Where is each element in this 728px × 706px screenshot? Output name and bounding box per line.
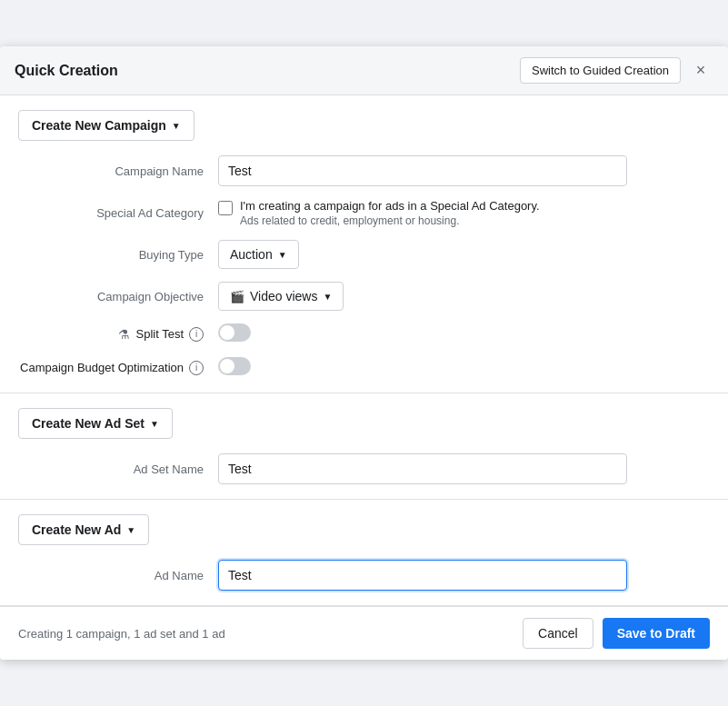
footer-actions: Cancel Save to Draft — [523, 618, 710, 649]
buying-type-caret: ▼ — [278, 250, 287, 260]
campaign-budget-label: Campaign Budget Optimization — [20, 361, 184, 374]
ad-set-section: Create New Ad Set ▼ Ad Set Name — [0, 393, 728, 500]
ad-btn-label: Create New Ad — [32, 522, 121, 537]
campaign-objective-value: Video views — [250, 289, 317, 303]
modal-header: Quick Creation Switch to Guided Creation… — [0, 46, 728, 95]
split-test-label-group: ⚗ Split Test i — [18, 327, 218, 342]
campaign-section: Create New Campaign ▼ Campaign Name Spec… — [0, 95, 728, 393]
special-ad-category-checkbox[interactable] — [218, 201, 233, 215]
video-views-icon: 🎬 — [230, 290, 244, 303]
campaign-budget-toggle[interactable] — [218, 357, 251, 375]
campaign-budget-info-icon[interactable]: i — [189, 361, 204, 375]
special-ad-category-control: I'm creating a campaign for ads in a Spe… — [218, 199, 627, 227]
ad-set-btn-label: Create New Ad Set — [32, 416, 145, 431]
campaign-budget-label-group: Campaign Budget Optimization i — [18, 361, 218, 375]
campaign-btn-label: Create New Campaign — [32, 118, 166, 133]
campaign-objective-row: Campaign Objective 🎬 Video views ▼ — [18, 282, 710, 311]
campaign-name-label: Campaign Name — [18, 164, 218, 178]
save-to-draft-button[interactable]: Save to Draft — [603, 618, 710, 649]
buying-type-control: Auction ▼ — [218, 240, 627, 269]
campaign-section-header: Create New Campaign ▼ — [18, 110, 710, 141]
create-new-campaign-button[interactable]: Create New Campaign ▼ — [18, 110, 194, 141]
split-test-beaker-icon: ⚗ — [118, 327, 130, 342]
buying-type-label: Buying Type — [18, 248, 218, 262]
split-test-slider — [218, 323, 251, 342]
special-ad-checkbox-row: I'm creating a campaign for ads in a Spe… — [218, 199, 627, 227]
ad-set-name-input[interactable] — [218, 453, 627, 484]
buying-type-value: Auction — [230, 247, 273, 262]
ad-section-header: Create New Ad ▼ — [18, 514, 710, 545]
campaign-name-input[interactable] — [218, 155, 627, 186]
campaign-objective-control: 🎬 Video views ▼ — [218, 282, 627, 311]
special-ad-checkbox-subtext: Ads related to credit, employment or hou… — [240, 214, 540, 227]
ad-btn-caret: ▼ — [126, 525, 135, 535]
ad-set-name-row: Ad Set Name — [18, 453, 710, 484]
campaign-objective-dropdown[interactable]: 🎬 Video views ▼ — [218, 282, 344, 311]
close-button[interactable]: × — [688, 58, 713, 84]
split-test-info-icon[interactable]: i — [189, 327, 204, 342]
split-test-label: Split Test — [135, 327, 184, 341]
special-ad-text-group: I'm creating a campaign for ads in a Spe… — [240, 199, 540, 227]
cancel-button[interactable]: Cancel — [523, 618, 593, 649]
special-ad-checkbox-text: I'm creating a campaign for ads in a Spe… — [240, 199, 540, 213]
footer-info-text: Creating 1 campaign, 1 ad set and 1 ad — [18, 627, 225, 641]
ad-set-section-header: Create New Ad Set ▼ — [18, 408, 710, 439]
quick-creation-modal: Quick Creation Switch to Guided Creation… — [0, 46, 728, 660]
split-test-toggle[interactable] — [218, 323, 251, 342]
split-test-row: ⚗ Split Test i — [18, 323, 710, 344]
special-ad-category-row: Special Ad Category I'm creating a campa… — [18, 199, 710, 227]
ad-section: Create New Ad ▼ Ad Name — [0, 500, 728, 606]
header-right: Switch to Guided Creation × — [520, 57, 713, 84]
campaign-objective-caret: ▼ — [323, 292, 332, 302]
close-icon: × — [696, 61, 706, 80]
campaign-name-control — [218, 155, 627, 186]
modal-body: Create New Campaign ▼ Campaign Name Spec… — [0, 95, 728, 606]
ad-set-name-control — [218, 453, 627, 484]
guided-creation-button[interactable]: Switch to Guided Creation — [520, 57, 681, 84]
buying-type-dropdown[interactable]: Auction ▼ — [218, 240, 299, 269]
campaign-objective-label: Campaign Objective — [18, 290, 218, 303]
buying-type-row: Buying Type Auction ▼ — [18, 240, 710, 269]
campaign-budget-slider — [218, 357, 251, 375]
campaign-budget-control — [218, 357, 627, 378]
create-new-ad-button[interactable]: Create New Ad ▼ — [18, 514, 149, 545]
ad-name-control — [218, 560, 627, 591]
modal-footer: Creating 1 campaign, 1 ad set and 1 ad C… — [0, 606, 728, 660]
campaign-btn-caret: ▼ — [172, 121, 181, 131]
split-test-control — [218, 323, 627, 344]
ad-name-label: Ad Name — [18, 569, 218, 582]
special-ad-category-label: Special Ad Category — [18, 206, 218, 220]
ad-set-btn-caret: ▼ — [150, 419, 159, 429]
ad-name-row: Ad Name — [18, 560, 710, 591]
campaign-budget-optimization-row: Campaign Budget Optimization i — [18, 357, 710, 378]
modal-title: Quick Creation — [15, 63, 118, 79]
create-new-ad-set-button[interactable]: Create New Ad Set ▼ — [18, 408, 173, 439]
ad-name-input[interactable] — [218, 560, 627, 591]
campaign-name-row: Campaign Name — [18, 155, 710, 186]
ad-set-name-label: Ad Set Name — [18, 462, 218, 476]
